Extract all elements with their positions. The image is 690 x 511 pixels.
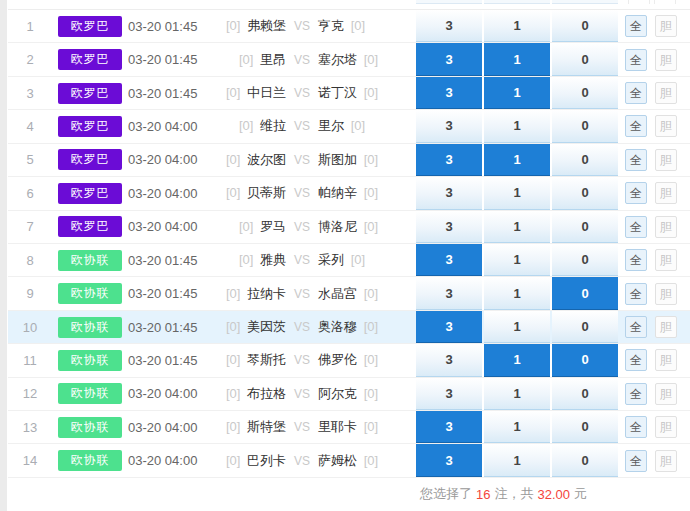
bet-option-1[interactable]: 1	[484, 77, 550, 109]
dan-button[interactable]: 胆	[655, 316, 677, 338]
select-all-button[interactable]: 全	[625, 182, 647, 204]
bet-option-0[interactable]: 0	[552, 43, 618, 75]
select-all-button[interactable]: 全	[625, 149, 647, 171]
dan-button[interactable]: 胆	[655, 49, 677, 71]
bet-count: 16	[476, 487, 490, 502]
bet-option-0[interactable]: 0	[552, 444, 618, 476]
bet-option-3[interactable]: 3	[416, 277, 482, 309]
select-all-button[interactable]: 全	[625, 349, 647, 371]
bet-option-1[interactable]: 1	[484, 378, 550, 410]
bet-option-0[interactable]: 0	[552, 110, 618, 142]
bet-option-1[interactable]: 1	[484, 177, 550, 209]
bet-option-3[interactable]: 3	[416, 411, 482, 443]
bet-option-3[interactable]: 3	[416, 344, 482, 376]
league-badge: 欧罗巴	[58, 49, 122, 70]
select-all-button[interactable]: 全	[625, 49, 647, 71]
bet-option-3[interactable]: 3	[416, 311, 482, 343]
select-all-button[interactable]: 全	[625, 115, 647, 137]
bet-option-3[interactable]: 3	[416, 244, 482, 276]
row-actions: 全 胆	[618, 15, 690, 37]
bet-option-0[interactable]: 0	[552, 77, 618, 109]
bet-option-3[interactable]: 3	[416, 444, 482, 476]
row-actions: 全 胆	[618, 416, 690, 438]
bet-option-1[interactable]: 1	[484, 43, 550, 75]
bet-option-3[interactable]: 3	[416, 378, 482, 410]
bet-option-1[interactable]: 1	[484, 244, 550, 276]
match-time: 03-20 01:45	[128, 19, 218, 34]
select-all-button[interactable]: 全	[625, 383, 647, 405]
vs-label: VS	[286, 19, 318, 33]
home-handicap: [0]	[239, 219, 253, 234]
bet-option-1[interactable]: 1	[484, 411, 550, 443]
dan-button[interactable]: 胆	[655, 349, 677, 371]
bet-option-1[interactable]: 1	[484, 110, 550, 142]
bet-option-3[interactable]: 3	[416, 211, 482, 243]
dan-button[interactable]: 胆	[655, 249, 677, 271]
bet-option-0[interactable]: 0	[552, 10, 618, 42]
bet-option-3[interactable]: 3	[416, 43, 482, 75]
bet-option-3[interactable]: 3	[416, 77, 482, 109]
bet-option-0[interactable]: 0	[552, 144, 618, 176]
bet-option-0[interactable]: 0	[552, 411, 618, 443]
row-number: 9	[8, 286, 52, 301]
league-badge: 欧罗巴	[58, 116, 122, 137]
vs-label: VS	[286, 320, 318, 334]
dan-button[interactable]: 胆	[655, 149, 677, 171]
bet-option-1[interactable]: 1	[484, 344, 550, 376]
league-badge-cell: 欧罗巴	[52, 49, 128, 70]
row-actions: 全 胆	[618, 182, 690, 204]
match-row: 5 欧罗巴 03-20 04:00 [0] 波尔图 VS 斯图加 [0] 310…	[8, 144, 690, 177]
home-team: 罗马	[256, 219, 286, 234]
match-time: 03-20 01:45	[128, 286, 218, 301]
select-all-button[interactable]: 全	[625, 216, 647, 238]
away-handicap: [0]	[364, 419, 378, 434]
dan-button[interactable]: 胆	[655, 283, 677, 305]
bet-option-1[interactable]: 1	[484, 311, 550, 343]
bet-option-1[interactable]: 1	[484, 10, 550, 42]
select-all-button[interactable]: 全	[625, 82, 647, 104]
bet-option-0[interactable]: 0	[552, 311, 618, 343]
bet-option-0[interactable]: 0	[552, 211, 618, 243]
league-badge: 欧协联	[58, 450, 122, 471]
match-row: 13 欧协联 03-20 04:00 [0] 斯特堡 VS 里耶卡 [0] 31…	[8, 411, 690, 444]
select-all-button[interactable]: 全	[625, 249, 647, 271]
bet-option-0[interactable]: 0	[552, 344, 618, 376]
home-handicap: [0]	[226, 319, 240, 334]
away-handicap: [0]	[364, 386, 378, 401]
dan-button[interactable]: 胆	[655, 450, 677, 472]
bet-option-3[interactable]: 3	[416, 144, 482, 176]
select-all-button[interactable]: 全	[625, 450, 647, 472]
dan-button[interactable]: 胆	[655, 82, 677, 104]
bet-option-0[interactable]: 0	[552, 177, 618, 209]
away-team: 萨姆松	[318, 453, 361, 468]
row-actions: 全 胆	[618, 316, 690, 338]
select-all-button[interactable]: 全	[625, 316, 647, 338]
match-row: 9 欧协联 03-20 01:45 [0] 拉纳卡 VS 水晶宫 [0] 310…	[8, 277, 690, 310]
select-all-button[interactable]: 全	[625, 283, 647, 305]
league-badge-cell: 欧协联	[52, 283, 128, 304]
select-all-button[interactable]: 全	[625, 15, 647, 37]
bet-option-1[interactable]: 1	[484, 144, 550, 176]
bet-option-0[interactable]: 0	[552, 277, 618, 309]
cell-fragment	[484, 0, 550, 4]
bet-option-3[interactable]: 3	[416, 110, 482, 142]
bet-option-1[interactable]: 1	[484, 277, 550, 309]
bet-option-1[interactable]: 1	[484, 211, 550, 243]
away-handicap: [0]	[364, 152, 378, 167]
bet-cells: 310	[416, 344, 618, 376]
bet-option-1[interactable]: 1	[484, 444, 550, 476]
dan-button[interactable]: 胆	[655, 416, 677, 438]
bet-option-3[interactable]: 3	[416, 10, 482, 42]
dan-button[interactable]: 胆	[655, 216, 677, 238]
dan-button[interactable]: 胆	[655, 115, 677, 137]
away-handicap: [0]	[364, 352, 378, 367]
dan-button[interactable]: 胆	[655, 383, 677, 405]
bet-option-0[interactable]: 0	[552, 244, 618, 276]
dan-button[interactable]: 胆	[655, 182, 677, 204]
bet-option-0[interactable]: 0	[552, 378, 618, 410]
summary-suffix: 元	[574, 485, 587, 503]
select-all-button[interactable]: 全	[625, 416, 647, 438]
dan-button[interactable]: 胆	[655, 15, 677, 37]
bet-option-3[interactable]: 3	[416, 177, 482, 209]
away-team-cell: 斯图加 [0]	[318, 151, 416, 169]
